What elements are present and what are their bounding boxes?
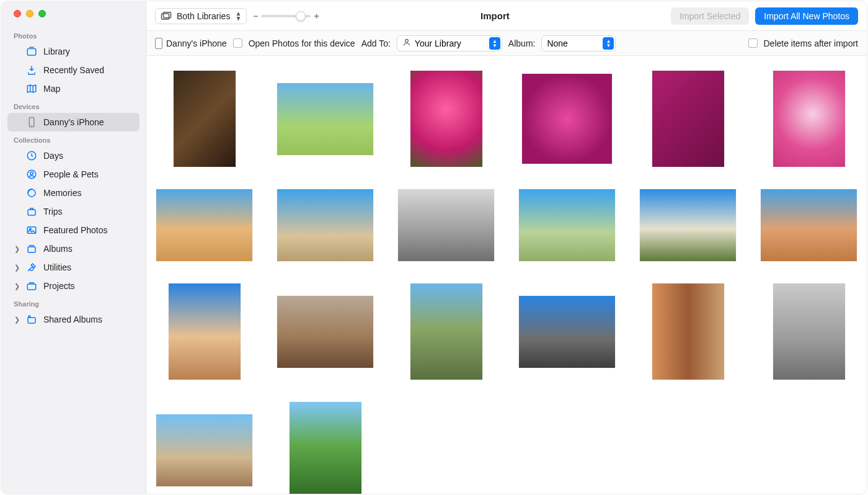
clock-icon bbox=[26, 150, 37, 161]
zoom-out-button[interactable]: − bbox=[253, 11, 258, 21]
sidebar-label: Albums bbox=[43, 244, 73, 254]
sidebar-item-projects[interactable]: ❯ Projects bbox=[7, 277, 140, 295]
album-value: None bbox=[547, 38, 567, 48]
svg-point-12 bbox=[29, 316, 30, 318]
add-to-label: Add To: bbox=[361, 38, 391, 48]
sidebar-label: Utilities bbox=[43, 262, 71, 272]
sidebar-item-featured-photos[interactable]: Featured Photos bbox=[7, 221, 140, 239]
updown-icon: ▲▼ bbox=[489, 37, 500, 50]
chevron-right-icon[interactable]: ❯ bbox=[14, 316, 20, 324]
photo-thumbnail[interactable] bbox=[277, 83, 373, 155]
photo-grid-area[interactable] bbox=[146, 56, 867, 494]
fullscreen-window-button[interactable] bbox=[38, 10, 46, 17]
sidebar-item-map[interactable]: Map bbox=[7, 79, 140, 98]
photo-thumbnail[interactable] bbox=[652, 283, 724, 380]
photo-thumbnail[interactable] bbox=[174, 71, 236, 167]
zoom-in-button[interactable]: + bbox=[314, 11, 319, 21]
library-selector-label: Both Libraries bbox=[177, 11, 230, 21]
sidebar-label: Days bbox=[43, 151, 63, 161]
sidebar-label: Library bbox=[43, 47, 70, 56]
sidebar-label: Trips bbox=[43, 207, 63, 216]
svg-rect-6 bbox=[28, 210, 35, 215]
photo-thumbnail[interactable] bbox=[522, 74, 612, 164]
photo-thumbnail[interactable] bbox=[156, 414, 252, 486]
photos-library-icon bbox=[161, 12, 172, 20]
photo-thumbnail[interactable] bbox=[169, 283, 241, 380]
stack-icon bbox=[26, 243, 37, 254]
memories-icon bbox=[26, 187, 37, 198]
delete-after-import-checkbox[interactable] bbox=[748, 38, 758, 48]
sidebar-item-memories[interactable]: Memories bbox=[7, 184, 140, 202]
library-selector[interactable]: Both Libraries ▲▼ bbox=[155, 8, 247, 24]
person-icon bbox=[402, 38, 411, 48]
photo-thumbnail[interactable] bbox=[773, 283, 845, 380]
photo-thumbnail[interactable] bbox=[761, 189, 857, 261]
sidebar-item-library[interactable]: Library bbox=[7, 42, 140, 61]
library-icon bbox=[26, 46, 37, 57]
sidebar-label: Danny's iPhone bbox=[43, 117, 104, 127]
sidebar-item-recently-saved[interactable]: Recently Saved bbox=[7, 61, 140, 79]
chevron-right-icon[interactable]: ❯ bbox=[14, 264, 20, 272]
close-window-button[interactable] bbox=[14, 10, 21, 17]
photo-thumbnail[interactable] bbox=[519, 296, 615, 368]
sidebar-label: Map bbox=[43, 84, 60, 94]
photo-thumbnail[interactable] bbox=[156, 189, 252, 261]
album-select[interactable]: None ▲▼ bbox=[541, 35, 616, 51]
shared-stack-icon bbox=[26, 314, 37, 325]
photo-thumbnail[interactable] bbox=[410, 71, 482, 167]
photo-thumbnail[interactable] bbox=[519, 189, 615, 261]
briefcase-icon bbox=[26, 280, 37, 292]
photo-thumbnail[interactable] bbox=[398, 189, 494, 261]
window-title: Import bbox=[326, 11, 665, 21]
window-controls bbox=[7, 7, 140, 27]
updown-icon: ▲▼ bbox=[235, 11, 241, 21]
zoom-slider[interactable] bbox=[261, 15, 311, 17]
sidebar-section-sharing: Sharing bbox=[7, 295, 140, 310]
photo-thumbnail[interactable] bbox=[277, 296, 373, 368]
person-icon bbox=[26, 169, 37, 180]
photo-grid bbox=[156, 71, 857, 494]
main-area: Both Libraries ▲▼ − + Import Import Sele… bbox=[146, 1, 867, 494]
import-selected-button[interactable]: Import Selected bbox=[671, 7, 749, 25]
open-photos-checkbox[interactable] bbox=[233, 38, 242, 48]
toolbar: Both Libraries ▲▼ − + Import Import Sele… bbox=[146, 1, 867, 31]
svg-rect-11 bbox=[28, 318, 35, 323]
sidebar-label: People & Pets bbox=[43, 169, 99, 179]
photo-thumbnail[interactable] bbox=[773, 71, 845, 167]
sidebar-label: Shared Albums bbox=[43, 314, 102, 324]
sidebar: Photos Library Recently Saved Map Device… bbox=[1, 1, 146, 494]
import-all-button[interactable]: Import All New Photos bbox=[755, 7, 858, 25]
chevron-right-icon[interactable]: ❯ bbox=[14, 282, 20, 290]
sidebar-item-shared-albums[interactable]: ❯ Shared Albums bbox=[7, 310, 140, 329]
add-to-select[interactable]: Your Library ▲▼ bbox=[397, 35, 502, 51]
photo-thumbnail[interactable] bbox=[410, 283, 482, 380]
tools-icon bbox=[26, 262, 37, 273]
add-to-value: Your Library bbox=[415, 38, 461, 48]
photo-thumbnail[interactable] bbox=[290, 402, 361, 494]
photo-thumbnail[interactable] bbox=[640, 189, 736, 261]
phone-icon bbox=[26, 117, 37, 128]
photo-thumbnail[interactable] bbox=[652, 71, 724, 167]
download-icon bbox=[26, 65, 37, 76]
photo-thumbnail[interactable] bbox=[277, 189, 373, 261]
minimize-window-button[interactable] bbox=[26, 10, 33, 17]
sidebar-label: Memories bbox=[43, 188, 81, 198]
sidebar-item-utilities[interactable]: ❯ Utilities bbox=[7, 258, 140, 277]
sidebar-item-albums[interactable]: ❯ Albums bbox=[7, 239, 140, 258]
sidebar-item-people-pets[interactable]: People & Pets bbox=[7, 165, 140, 184]
sidebar-item-trips[interactable]: Trips bbox=[7, 202, 140, 221]
svg-point-15 bbox=[405, 39, 409, 42]
image-icon bbox=[26, 225, 37, 236]
sidebar-label: Recently Saved bbox=[43, 65, 104, 75]
device-name: Danny's iPhone bbox=[166, 38, 227, 48]
svg-rect-0 bbox=[27, 49, 36, 56]
sidebar-section-collections: Collections bbox=[7, 132, 140, 146]
delete-after-import-label: Delete items after import bbox=[764, 38, 859, 48]
album-label: Album: bbox=[508, 38, 536, 48]
sidebar-section-photos: Photos bbox=[7, 27, 140, 42]
chevron-right-icon[interactable]: ❯ bbox=[14, 245, 20, 253]
zoom-slider-knob[interactable] bbox=[296, 11, 306, 21]
sidebar-item-days[interactable]: Days bbox=[7, 146, 140, 165]
device-badge: Danny's iPhone bbox=[155, 38, 227, 49]
sidebar-item-device-iphone[interactable]: Danny's iPhone bbox=[7, 113, 140, 132]
